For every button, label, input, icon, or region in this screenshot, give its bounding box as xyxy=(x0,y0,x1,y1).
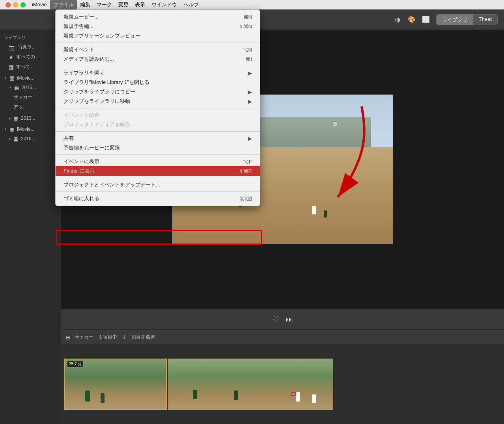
imovie-library-icon-2: ▦ xyxy=(9,126,15,132)
expand-icon-1: ▼ xyxy=(4,76,7,80)
sidebar-item-imovie2[interactable]: ▼ ▦ iMovie... xyxy=(0,125,61,134)
traffic-lights xyxy=(2,1,29,9)
timeline-title: サッカー １項目中 １ 項目を選択 xyxy=(75,334,155,340)
menu-section-trash: ゴミ箱に入れる ⌘⌫ xyxy=(56,193,260,204)
expand-icon-2013: ▶ xyxy=(9,117,11,120)
menubar-help[interactable]: ヘルプ xyxy=(180,0,202,9)
submenu-arrow-copy-icon: ▶ xyxy=(248,89,252,95)
menu-item-update-projects[interactable]: プロジェクトとイベントをアップデート... xyxy=(56,180,260,190)
menubar-change[interactable]: 変更 xyxy=(115,0,132,9)
sidebar-item-appupdate-label: アッ... xyxy=(13,104,27,110)
menu-item-new-movie[interactable]: 新規ムービー... ⌘N xyxy=(56,12,260,22)
sidebar-header: ライブラリ xyxy=(0,33,61,42)
sidebar-item-2016-2[interactable]: ▶ ▦ 2016... xyxy=(0,134,61,143)
imovie-library-icon-1: ▦ xyxy=(9,75,15,81)
library-tab[interactable]: ライブラリ xyxy=(437,15,473,25)
menu-item-open-library[interactable]: ライブラリを開く ▶ xyxy=(56,68,260,78)
theater-tab[interactable]: Theat xyxy=(473,15,497,25)
menu-divider-2 xyxy=(56,66,260,66)
menu-divider-4 xyxy=(56,131,260,132)
photos-icon: 📷 xyxy=(9,44,15,50)
clip-inner-2: 32 xyxy=(168,359,332,409)
menu-divider-1 xyxy=(56,43,260,43)
menu-item-move-to-library[interactable]: クリップをライブラリに移動 ▶ xyxy=(56,97,260,106)
sidebar-item-appupdate[interactable]: アッ... xyxy=(0,102,61,112)
menubar-file[interactable]: ファイル xyxy=(50,0,77,9)
menubar-imovie[interactable]: iMovie xyxy=(29,0,50,9)
timeline-clip-1[interactable]: 25.7 分 xyxy=(64,359,167,410)
minimize-button[interactable] xyxy=(13,2,18,7)
menu-item-new-app-preview[interactable]: 新規アプリケーションプレビュー xyxy=(56,31,260,41)
calendar-icon-2013: ▦ xyxy=(13,115,19,121)
library-theater-tabs: ライブラリ Theat xyxy=(436,14,498,25)
menu-item-consolidate: プロジェクトメディアを統合... xyxy=(56,120,260,129)
menubar-view[interactable]: 表示 xyxy=(132,0,148,9)
submenu-arrow-move-icon: ▶ xyxy=(248,99,252,104)
menu-section-share: 共有 ▶ 予告編をムービーに変換 xyxy=(56,133,260,153)
crop-icon[interactable]: ⬜ xyxy=(420,14,431,25)
clips-icon: ▦ xyxy=(9,64,14,70)
sidebar-item-photos-label: 写真ラ... xyxy=(18,44,36,50)
timeline-clip-2[interactable]: 32 xyxy=(168,359,333,410)
menu-item-copy-to-library[interactable]: クリップをライブラリにコピー ▶ xyxy=(56,87,260,97)
menu-divider-5 xyxy=(56,154,260,155)
timeline-header: ⊞ サッカー １項目中 １ 項目を選択 xyxy=(61,330,504,344)
sidebar-item-all-clips-label: すべて... xyxy=(16,63,34,70)
menu-item-new-event[interactable]: 新規イベント ⌥N xyxy=(56,45,260,54)
menubar-edit[interactable]: 編集 xyxy=(77,0,93,9)
close-button[interactable] xyxy=(6,2,11,7)
expand-icon-imovie2: ▼ xyxy=(4,128,7,131)
menu-section-reveal: イベントに表示 ⌥F Finder に表示 ⇧⌘R xyxy=(56,156,260,177)
clip-inner-1: 25.7 分 xyxy=(65,359,166,409)
sidebar-item-imovie1[interactable]: ▼ ▦ iMovie... xyxy=(0,73,61,83)
submenu-arrow-icon: ▶ xyxy=(248,70,252,76)
menu-item-convert-trailer[interactable]: 予告編をムービーに変換 xyxy=(56,143,260,152)
sidebar-item-all-clips[interactable]: ▦ すべて... xyxy=(0,62,61,72)
color-board-icon[interactable]: 🎨 xyxy=(406,14,417,25)
submenu-arrow-share-icon: ▶ xyxy=(248,136,252,141)
sidebar-item-imovie2-label: iMovie... xyxy=(17,126,35,132)
skip-forward-button[interactable]: ⏭ xyxy=(286,315,293,324)
sidebar-item-2013[interactable]: ▶ ▦ 2013... xyxy=(0,113,61,123)
color-correction-icon[interactable]: ◑ xyxy=(392,14,403,25)
fullscreen-button[interactable] xyxy=(21,2,26,7)
sidebar-item-2016-2-label: 2016... xyxy=(21,136,35,141)
timeline-area: ⊞ サッカー １項目中 １ 項目を選択 25.7 分 xyxy=(61,329,504,424)
menu-item-show-in-finder[interactable]: Finder に表示 ⇧⌘R xyxy=(56,166,260,176)
menubar-mark[interactable]: マーク xyxy=(93,0,115,9)
toolbar-icons: ◑ 🎨 ⬜ xyxy=(392,14,431,25)
menubar-window[interactable]: ウインドウ xyxy=(148,0,180,9)
sidebar-item-2013-label: 2013... xyxy=(21,115,35,121)
sidebar-item-photos[interactable]: 📷 写真ラ... xyxy=(0,42,61,52)
expand-icon-2016: ▼ xyxy=(9,86,12,89)
star-icon: ★ xyxy=(9,54,14,60)
sidebar-item-soccer[interactable]: サッカー xyxy=(0,92,61,102)
sidebar-item-all-events-label: すべての... xyxy=(16,54,39,60)
menu-item-import-media[interactable]: メディアを読み込む... ⌘I xyxy=(56,54,260,64)
timeline-grid-icon: ⊞ xyxy=(66,334,71,340)
menu-divider-7 xyxy=(56,192,260,192)
sidebar-item-imovie1-label: iMovie... xyxy=(17,75,35,81)
sidebar-item-soccer-label: サッカー xyxy=(13,94,32,100)
menu-item-new-trailer[interactable]: 新規予告編... ⇧⌘N xyxy=(56,22,260,31)
clip-duration-label: 25.7 分 xyxy=(67,361,83,367)
menu-item-merge-events: イベントを結合 xyxy=(56,110,260,120)
menu-section-merge: イベントを結合 プロジェクトメディアを統合... xyxy=(56,110,260,130)
menu-divider-6 xyxy=(56,178,260,178)
menu-section-import: 新規イベント ⌥N メディアを読み込む... ⌘I xyxy=(56,44,260,65)
expand-icon-2016-2: ▶ xyxy=(9,137,11,141)
sidebar-item-2016-1[interactable]: ▼ ▦ 2016... xyxy=(0,83,61,92)
calendar-icon-2016-2: ▦ xyxy=(13,136,19,142)
menu-item-close-library[interactable]: ライブラリ"iMovie Library 1"を閉じる xyxy=(56,78,260,87)
menu-section-new: 新規ムービー... ⌘N 新規予告編... ⇧⌘N 新規アプリケーションプレビュ… xyxy=(56,11,260,41)
menu-section-library: ライブラリを開く ▶ ライブラリ"iMovie Library 1"を閉じる ク… xyxy=(56,67,260,107)
sidebar-item-all-events[interactable]: ★ すべての... xyxy=(0,52,61,62)
timeline-content[interactable]: 25.7 分 3 xyxy=(61,344,504,424)
menu-section-update: プロジェクトとイベントをアップデート... xyxy=(56,179,260,190)
menu-item-show-in-event[interactable]: イベントに表示 ⌥F xyxy=(56,157,260,166)
menu-item-share[interactable]: 共有 ▶ xyxy=(56,134,260,143)
file-menu-dropdown: 新規ムービー... ⌘N 新規予告編... ⇧⌘N 新規アプリケーションプレビュ… xyxy=(55,9,260,206)
menu-item-trash[interactable]: ゴミ箱に入れる ⌘⌫ xyxy=(56,194,260,203)
sidebar: ライブラリ 📷 写真ラ... ★ すべての... ▦ すべて... ▼ ▦ iM… xyxy=(0,30,61,424)
favorite-button[interactable]: ♡ xyxy=(272,315,279,324)
